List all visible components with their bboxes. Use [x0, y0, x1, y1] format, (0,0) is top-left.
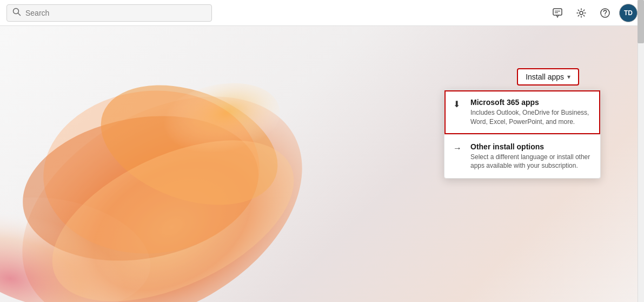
m365-apps-title: Microsoft 365 apps	[470, 98, 592, 107]
svg-rect-2	[553, 9, 562, 15]
install-dropdown: ⬇ Microsoft 365 apps Includes Outlook, O…	[444, 90, 601, 179]
help-icon	[600, 8, 610, 18]
svg-line-1	[18, 13, 21, 15]
other-install-item[interactable]: → Other install options Select a differe…	[444, 134, 600, 179]
arrow-right-icon: →	[453, 142, 464, 153]
other-install-desc: Select a different language or install o…	[470, 153, 592, 171]
settings-icon	[576, 8, 587, 18]
svg-point-7	[605, 15, 606, 16]
download-icon: ⬇	[453, 98, 464, 109]
topbar-icons: TD	[548, 3, 638, 23]
avatar[interactable]: TD	[619, 4, 638, 22]
scrollbar[interactable]	[638, 0, 644, 302]
install-apps-label: Install apps	[526, 73, 564, 81]
install-apps-button[interactable]: Install apps ▾	[517, 68, 579, 86]
topbar: TD	[0, 0, 644, 26]
search-input[interactable]	[25, 9, 206, 17]
other-install-text: Other install options Select a different…	[470, 142, 592, 171]
m365-apps-desc: Includes Outlook, OneDrive for Business,…	[470, 108, 592, 127]
main-content: Install apps ▾ ⬇ Microsoft 365 apps Incl…	[0, 26, 644, 302]
feedback-icon	[552, 8, 563, 18]
search-icon	[12, 8, 21, 18]
search-box[interactable]	[6, 4, 212, 22]
help-button[interactable]	[595, 3, 615, 23]
svg-point-5	[580, 11, 583, 15]
other-install-title: Other install options	[470, 142, 592, 151]
chevron-down-icon: ▾	[567, 73, 570, 81]
feedback-button[interactable]	[548, 3, 567, 23]
m365-apps-item[interactable]: ⬇ Microsoft 365 apps Includes Outlook, O…	[444, 90, 600, 134]
m365-apps-text: Microsoft 365 apps Includes Outlook, One…	[470, 98, 592, 127]
scrollbar-thumb[interactable]	[638, 0, 644, 43]
decorative-svg	[0, 26, 406, 302]
settings-button[interactable]	[572, 3, 591, 23]
